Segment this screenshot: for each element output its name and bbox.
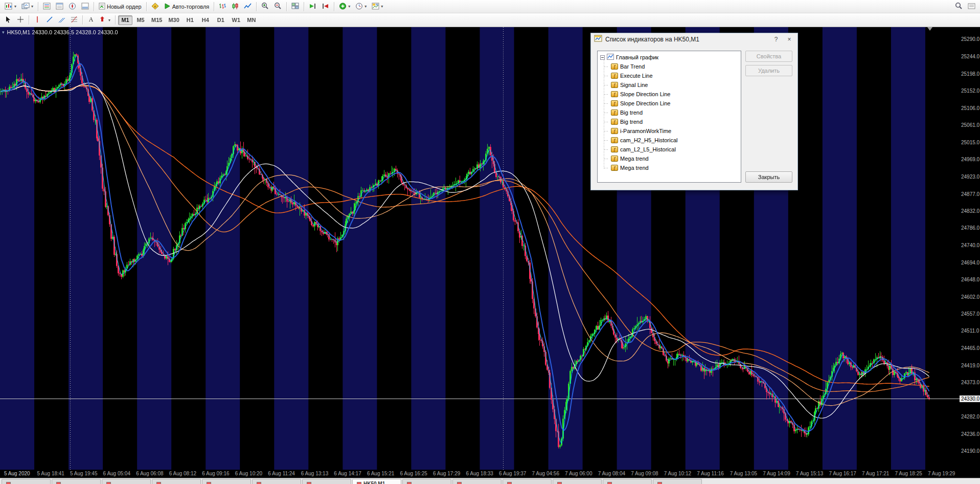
text-tool-button[interactable]: A (85, 14, 97, 26)
delete-button[interactable]: Удалить (745, 65, 792, 76)
close-button[interactable]: Закрыть (745, 171, 792, 183)
zoom-out-button[interactable] (271, 1, 284, 12)
line-chart-icon (244, 3, 252, 11)
navigator-icon (69, 3, 76, 11)
toolbar-separator (115, 15, 116, 25)
properties-button[interactable]: Свойства (745, 51, 792, 62)
time-axis[interactable]: 5 Aug 20205 Aug 18:415 Aug 19:456 Aug 05… (0, 470, 980, 478)
tree-collapse-icon[interactable] (600, 55, 605, 60)
cursor-button[interactable] (2, 14, 14, 26)
profiles-button[interactable]: ▾ (19, 1, 36, 12)
ohlc-text: HK50,M1 24330.0 24336.5 24328.0 24330.0 (7, 29, 118, 35)
indicator-item[interactable]: ƒBig trend (599, 108, 740, 117)
new-chart-button[interactable]: ▾ (2, 1, 19, 12)
chart-tab[interactable] (553, 479, 602, 484)
indicators-button[interactable]: ▾ (336, 1, 353, 12)
dialog-titlebar[interactable]: Список индикаторов на HK50,M1 ? × (591, 33, 797, 46)
crosshair-button[interactable] (14, 14, 27, 26)
timeframe-m5-button[interactable]: M5 (133, 15, 148, 25)
data-window-button[interactable] (53, 1, 66, 12)
time-tick-label: 7 Aug 17:21 (862, 471, 889, 476)
timeframe-d1-button[interactable]: D1 (214, 15, 228, 25)
autoscroll-button[interactable] (306, 1, 319, 12)
indicator-list[interactable]: Главный график ƒBar TrendƒExecute LineƒS… (597, 51, 741, 183)
templates-button[interactable]: ▾ (369, 1, 385, 12)
timeframe-w1-button[interactable]: W1 (229, 15, 243, 25)
time-tick-label: 6 Aug 18:33 (466, 471, 493, 476)
dialog-close-icon[interactable]: × (784, 35, 794, 44)
toolbar-options-icon (968, 3, 975, 11)
line-chart-mode-button[interactable] (241, 1, 254, 12)
chart-tab[interactable] (52, 479, 101, 484)
chart-tab[interactable] (302, 479, 351, 484)
dialog-help-button[interactable]: ? (771, 35, 781, 44)
vertical-line-button[interactable] (31, 14, 43, 26)
autotrading-button[interactable]: Авто-торговля (162, 1, 212, 12)
chart-tab[interactable] (452, 479, 502, 484)
indicator-fx-icon: ƒ (611, 91, 618, 97)
navigator-button[interactable] (66, 1, 79, 12)
indicator-item[interactable]: ƒSlope Direction Line (599, 90, 740, 99)
toolbar-separator (146, 2, 147, 11)
chart-tab[interactable] (152, 479, 201, 484)
channel-button[interactable] (56, 14, 68, 26)
ohlc-readout: ▾ HK50,M1 24330.0 24336.5 24328.0 24330.… (2, 29, 118, 35)
indicator-fx-icon: ƒ (611, 128, 618, 134)
indicator-fx-icon: ƒ (611, 63, 618, 70)
indicator-tree-root[interactable]: Главный график (599, 53, 740, 62)
timeframe-m30-button[interactable]: M30 (166, 15, 181, 25)
chart-tab[interactable] (102, 479, 151, 484)
tile-windows-button[interactable] (289, 1, 302, 12)
indicator-fx-icon: ƒ (611, 165, 618, 171)
zoom-in-button[interactable] (259, 1, 271, 12)
price-axis[interactable]: 25290.025244.025198.025152.025106.025061… (960, 27, 980, 470)
terminal-button[interactable] (79, 1, 92, 12)
indicator-item[interactable]: ƒi-ParamonWorkTime (599, 126, 740, 136)
market-watch-button[interactable] (40, 1, 53, 12)
chart-tab[interactable] (653, 479, 702, 484)
indicator-fx-icon: ƒ (611, 137, 618, 143)
new-order-button[interactable]: Новый ордер (96, 1, 144, 12)
indicator-item[interactable]: ƒcam_H2_H5_Historical (599, 136, 740, 145)
bar-chart-mode-button[interactable] (216, 1, 229, 12)
timeframe-m1-button[interactable]: M1 (118, 15, 132, 25)
indicator-item[interactable]: ƒExecute Line (599, 71, 740, 80)
indicator-item[interactable]: ƒSlope Direction Line (599, 99, 740, 108)
timeframe-h1-button[interactable]: H1 (183, 15, 197, 25)
indicator-item[interactable]: ƒBar Trend (599, 62, 740, 71)
search-button[interactable] (952, 1, 965, 12)
timeframe-mn-button[interactable]: MN (244, 15, 259, 25)
timeframe-h4-button[interactable]: H4 (198, 15, 213, 25)
tree-connector (604, 94, 609, 95)
toolbar-options-button[interactable] (965, 1, 978, 12)
indicator-item[interactable]: ƒSignal Line (599, 80, 740, 90)
arrows-tool-button[interactable]: ▾ (97, 14, 113, 26)
chart-tab[interactable] (202, 479, 251, 484)
indicator-item[interactable]: ƒBig trend (599, 117, 740, 126)
chart-tab[interactable] (252, 479, 301, 484)
chart-tab[interactable] (402, 479, 451, 484)
chart-tab[interactable] (2, 479, 51, 484)
chart-tab[interactable]: HK50,M1 (352, 479, 401, 484)
timeframe-m15-button[interactable]: M15 (149, 15, 165, 25)
chart-tab[interactable] (503, 479, 552, 484)
indicator-item[interactable]: ƒMega trend (599, 163, 740, 172)
price-tick-label: 24877.0 (961, 191, 979, 197)
chart-tab[interactable] (603, 479, 652, 484)
one-click-trading-toggle[interactable]: ▾ (2, 30, 5, 35)
time-tick-label: 7 Aug 04:56 (532, 471, 559, 476)
tree-connector (604, 67, 609, 67)
chart-shift-button[interactable] (319, 1, 332, 12)
indicator-item[interactable]: ƒMega trend (599, 154, 740, 163)
new-chart-icon (5, 3, 13, 11)
indicator-item[interactable]: ƒcam_L2_L5_Historical (599, 145, 740, 154)
fibonacci-button[interactable] (68, 14, 80, 26)
chart-plot[interactable]: ▾ HK50,M1 24330.0 24336.5 24328.0 24330.… (0, 27, 960, 470)
price-chart-canvas[interactable] (0, 27, 960, 470)
periods-button[interactable]: ▾ (353, 1, 369, 12)
indicator-item-label: Slope Direction Line (620, 91, 670, 97)
price-tick-label: 25244.0 (961, 54, 979, 59)
candlestick-mode-button[interactable] (229, 1, 241, 12)
metaeditor-button[interactable]: e (149, 1, 162, 12)
trendline-button[interactable] (43, 14, 56, 26)
